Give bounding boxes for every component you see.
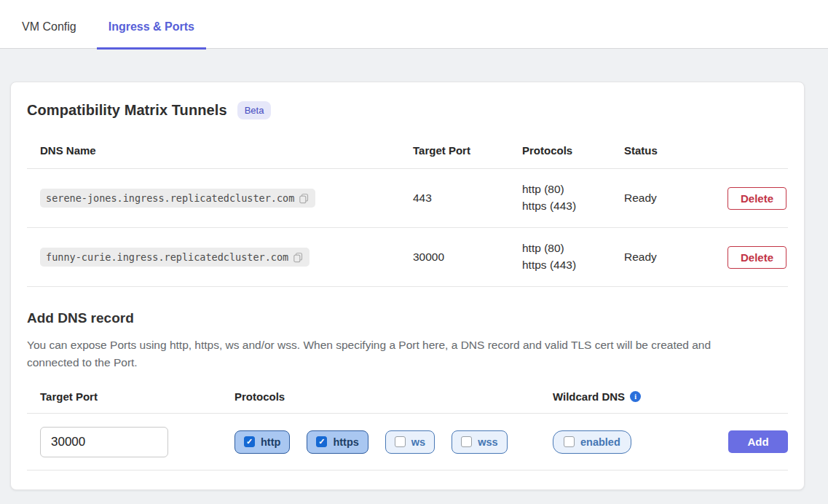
page-content: Compatibility Matrix Tunnels Beta DNS Na… <box>0 49 828 490</box>
https-checkbox-label: https <box>333 436 358 448</box>
table-row: funny-curie.ingress.replicatedcluster.co… <box>27 228 788 287</box>
dns-name-text: serene-jones.ingress.replicatedcluster.c… <box>46 192 294 204</box>
protocol-checkbox-ws[interactable]: ws <box>385 430 435 454</box>
dns-name-text: funny-curie.ingress.replicatedcluster.co… <box>46 251 288 263</box>
wildcard-enabled-checkbox[interactable]: enabled <box>553 430 631 454</box>
protocols-cell: http (80) https (443) <box>522 241 624 273</box>
add-dns-record-heading: Add DNS record <box>27 310 788 326</box>
status-cell: Ready <box>624 192 726 205</box>
form-label-protocols: Protocols <box>234 390 553 403</box>
http-checkbox-label: http <box>261 436 280 448</box>
header-status: Status <box>624 144 726 157</box>
protocols-cell: http (80) https (443) <box>522 182 624 214</box>
protocol-checkbox-group: http https ws wss <box>234 430 553 454</box>
target-port-cell: 443 <box>413 192 522 205</box>
add-form-row: http https ws wss enabled <box>27 414 788 470</box>
target-port-cell: 30000 <box>413 251 522 264</box>
tunnels-card: Compatibility Matrix Tunnels Beta DNS Na… <box>10 82 805 490</box>
status-cell: Ready <box>624 251 726 264</box>
protocol-checkbox-http[interactable]: http <box>234 430 290 454</box>
table-header-row: DNS Name Target Port Protocols Status <box>27 133 788 169</box>
tunnels-table: DNS Name Target Port Protocols Status se… <box>27 133 788 287</box>
header-protocols: Protocols <box>522 144 624 157</box>
copy-icon[interactable] <box>293 252 304 263</box>
protocol-checkbox-wss[interactable]: wss <box>452 430 507 454</box>
beta-badge: Beta <box>237 101 272 119</box>
https-checkbox[interactable] <box>316 436 327 447</box>
http-checkbox[interactable] <box>244 436 255 447</box>
tab-ingress-ports[interactable]: Ingress & Ports <box>97 0 206 48</box>
table-row: serene-jones.ingress.replicatedcluster.c… <box>27 169 788 228</box>
card-header: Compatibility Matrix Tunnels Beta <box>27 101 788 119</box>
protocol-line: https (443) <box>522 258 624 273</box>
tab-vm-config[interactable]: VM Config <box>10 0 88 48</box>
dns-name-pill: serene-jones.ingress.replicatedcluster.c… <box>40 189 315 208</box>
add-dns-record-description: You can expose Ports using http, https, … <box>27 336 762 371</box>
delete-button[interactable]: Delete <box>728 187 786 210</box>
form-label-target-port: Target Port <box>27 390 234 403</box>
wildcard-dns-label-text: Wildcard DNS <box>553 390 625 403</box>
wss-checkbox[interactable] <box>461 436 472 447</box>
protocol-line: http (80) <box>522 241 624 256</box>
add-form-header-row: Target Port Protocols Wildcard DNS i <box>27 390 788 414</box>
card-title: Compatibility Matrix Tunnels <box>27 102 227 119</box>
copy-icon[interactable] <box>299 193 309 204</box>
ws-checkbox-label: ws <box>411 436 425 448</box>
enabled-checkbox-label: enabled <box>580 436 620 448</box>
target-port-input[interactable] <box>40 427 168 457</box>
delete-button[interactable]: Delete <box>728 246 786 269</box>
dns-name-pill: funny-curie.ingress.replicatedcluster.co… <box>40 248 309 267</box>
header-target-port: Target Port <box>413 144 522 157</box>
protocol-checkbox-https[interactable]: https <box>307 430 368 454</box>
ws-checkbox[interactable] <box>395 436 406 447</box>
protocol-line: http (80) <box>522 182 624 197</box>
add-button[interactable]: Add <box>728 430 788 453</box>
header-dns-name: DNS Name <box>27 144 413 157</box>
protocol-line: https (443) <box>522 199 624 214</box>
wss-checkbox-label: wss <box>478 436 497 448</box>
form-label-wildcard-dns: Wildcard DNS i <box>553 390 788 403</box>
info-icon[interactable]: i <box>630 391 641 402</box>
tab-bar: VM Config Ingress & Ports <box>0 0 828 49</box>
enabled-checkbox[interactable] <box>564 436 575 447</box>
